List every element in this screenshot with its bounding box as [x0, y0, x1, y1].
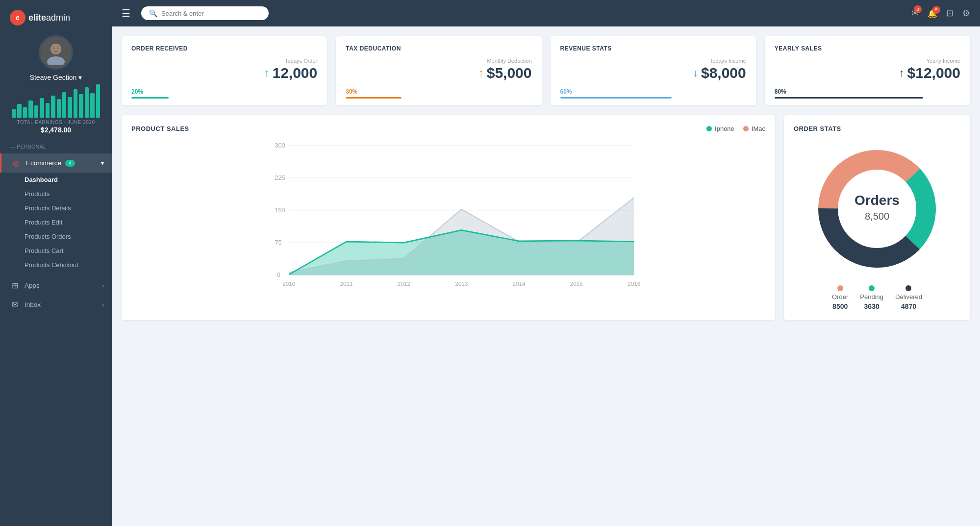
- svg-text:2015: 2015: [570, 280, 583, 287]
- stat-card-yearly-sales: YEARLY SALES Yearly Income ↑ $12,000 80%: [765, 36, 970, 105]
- svg-point-2: [51, 44, 61, 54]
- order-stats-title: ORDER STATS: [794, 125, 841, 132]
- iphone-dot: [706, 126, 712, 131]
- sidebar-item-ecommerce-label: Ecommerce: [26, 159, 61, 167]
- layout-icon[interactable]: ⊡: [946, 8, 954, 19]
- svg-text:225: 225: [275, 174, 285, 181]
- area-chart: 300 225 150 75 0: [131, 140, 765, 297]
- mail-icon[interactable]: ✉ 3: [911, 8, 919, 19]
- iphone-label: Iphone: [715, 125, 734, 132]
- sidebar-item-dashboard[interactable]: Dashboard: [0, 173, 112, 187]
- ecommerce-icon: ◎: [11, 158, 21, 168]
- imac-dot: [743, 126, 749, 131]
- apps-icon: ⊞: [10, 281, 20, 290]
- product-sales-chart-card: PRODUCT SALES Iphone IMac: [122, 115, 775, 320]
- donut-chart-wrap: Orders 8,500 Order 8500 Pending 3630: [794, 140, 960, 310]
- pending-dot: [869, 285, 875, 291]
- avatar: [39, 35, 73, 70]
- svg-text:2012: 2012: [398, 280, 410, 287]
- sidebar-item-products-edit[interactable]: Products Edit: [0, 215, 112, 229]
- svg-text:2011: 2011: [340, 280, 352, 287]
- sidebar: e eliteadmin Steave Gection ▾ TOTAL EARN…: [0, 0, 112, 526]
- search-icon: 🔍: [149, 9, 157, 17]
- svg-text:300: 300: [275, 142, 285, 149]
- mail-badge: 3: [914, 5, 922, 13]
- legend-iphone: Iphone: [706, 125, 734, 132]
- sidebar-item-products-orders[interactable]: Products Orders: [0, 229, 112, 244]
- inbox-icon: ✉: [10, 300, 20, 309]
- legend-imac: IMac: [743, 125, 765, 132]
- search-input[interactable]: [161, 10, 259, 17]
- content-area: ORDER RECEIVED Todays Order ↑ 12,000 20%…: [112, 26, 980, 526]
- notification-icon[interactable]: 🔔 5: [928, 8, 937, 19]
- stat-card-revenue-stats: REVENUE STATS Todays Income ↓ $8,000 60%: [551, 36, 756, 105]
- delivered-dot: [905, 285, 911, 291]
- donut-legend: Order 8500 Pending 3630 Delivered 4870: [832, 285, 922, 310]
- order-value: 8500: [832, 302, 848, 310]
- main-area: ☰ 🔍 ✉ 3 🔔 5 ⊡ ⚙ ORDER RECEIVED: [112, 0, 980, 526]
- svg-text:0: 0: [277, 271, 280, 278]
- sidebar-item-inbox-label: Inbox: [25, 301, 41, 308]
- stat-card-title: TAX DEDUCATION: [346, 45, 531, 52]
- svg-text:8,500: 8,500: [865, 211, 889, 222]
- settings-icon[interactable]: ⚙: [962, 8, 970, 19]
- sidebar-item-inbox[interactable]: ✉ Inbox ›: [0, 295, 112, 314]
- hamburger-icon[interactable]: ☰: [122, 7, 130, 19]
- product-sales-header: PRODUCT SALES Iphone IMac: [131, 125, 765, 132]
- svg-text:Orders: Orders: [854, 193, 900, 208]
- logo-icon: e: [10, 10, 25, 25]
- stat-card-title: YEARLY SALES: [775, 45, 960, 52]
- sidebar-item-apps[interactable]: ⊞ Apps ›: [0, 276, 112, 295]
- delivered-value: 4870: [901, 302, 916, 310]
- svg-text:2010: 2010: [282, 280, 296, 287]
- pending-label: Pending: [860, 293, 883, 301]
- ecommerce-badge: 4: [65, 160, 75, 167]
- sidebar-item-products-checkout[interactable]: Products Cehckout: [0, 258, 112, 272]
- inbox-arrow: ›: [102, 301, 104, 308]
- svg-point-4: [57, 48, 59, 49]
- imac-label: IMac: [752, 125, 765, 132]
- svg-text:2014: 2014: [512, 280, 526, 287]
- notification-badge: 5: [932, 6, 940, 14]
- topbar-actions: ✉ 3 🔔 5 ⊡ ⚙: [911, 8, 970, 19]
- donut-order: Order 8500: [832, 285, 848, 310]
- donut-svg: Orders 8,500: [808, 140, 946, 277]
- donut-pending: Pending 3630: [860, 285, 883, 310]
- charts-row: PRODUCT SALES Iphone IMac: [122, 115, 970, 320]
- user-profile-section: Steave Gection ▾: [30, 35, 82, 81]
- brand-name: eliteadmin: [28, 13, 70, 23]
- stat-card-tax-deducation: TAX DEDUCATION Monthly Deduction ↑ $5,00…: [336, 36, 541, 105]
- stat-card-title: REVENUE STATS: [560, 45, 746, 52]
- earnings-label: TOTAL EARNINGS - JUNE 2020: [17, 120, 95, 125]
- topbar: ☰ 🔍 ✉ 3 🔔 5 ⊡ ⚙: [112, 0, 980, 26]
- stat-card-title: ORDER RECEIVED: [131, 45, 317, 52]
- sidebar-item-ecommerce[interactable]: ◎ Ecommerce 4 ▾: [0, 153, 112, 173]
- delivered-label: Delivered: [895, 293, 922, 301]
- svg-text:150: 150: [275, 206, 285, 214]
- search-box[interactable]: 🔍: [141, 6, 269, 20]
- sidebar-item-products[interactable]: Products: [0, 187, 112, 201]
- svg-point-1: [47, 56, 65, 65]
- order-label: Order: [832, 293, 848, 301]
- sidebar-item-apps-label: Apps: [25, 282, 40, 289]
- svg-text:75: 75: [275, 239, 281, 246]
- ecommerce-arrow: ▾: [101, 160, 104, 167]
- svg-text:2013: 2013: [455, 280, 468, 287]
- svg-point-3: [52, 48, 54, 49]
- order-stats-header: ORDER STATS: [794, 125, 960, 132]
- order-stats-card: ORDER STATS Orders 8,500: [784, 115, 970, 320]
- brand-logo: e eliteadmin: [0, 10, 70, 25]
- sidebar-section-personal: --- PERSONAL: [0, 144, 46, 150]
- sidebar-item-products-cart[interactable]: Products Cart: [0, 244, 112, 258]
- user-name[interactable]: Steave Gection ▾: [30, 74, 82, 81]
- product-sales-legend: Iphone IMac: [706, 125, 765, 132]
- svg-text:2016: 2016: [628, 280, 640, 287]
- sidebar-item-products-details[interactable]: Products Details: [0, 201, 112, 215]
- earnings-mini-chart: [12, 93, 100, 118]
- stat-card-order-received: ORDER RECEIVED Todays Order ↑ 12,000 20%: [122, 36, 327, 105]
- order-dot: [837, 285, 843, 291]
- pending-value: 3630: [864, 302, 879, 310]
- earnings-value: $2,478.00: [41, 126, 71, 134]
- product-sales-title: PRODUCT SALES: [131, 125, 189, 132]
- apps-arrow: ›: [102, 282, 104, 289]
